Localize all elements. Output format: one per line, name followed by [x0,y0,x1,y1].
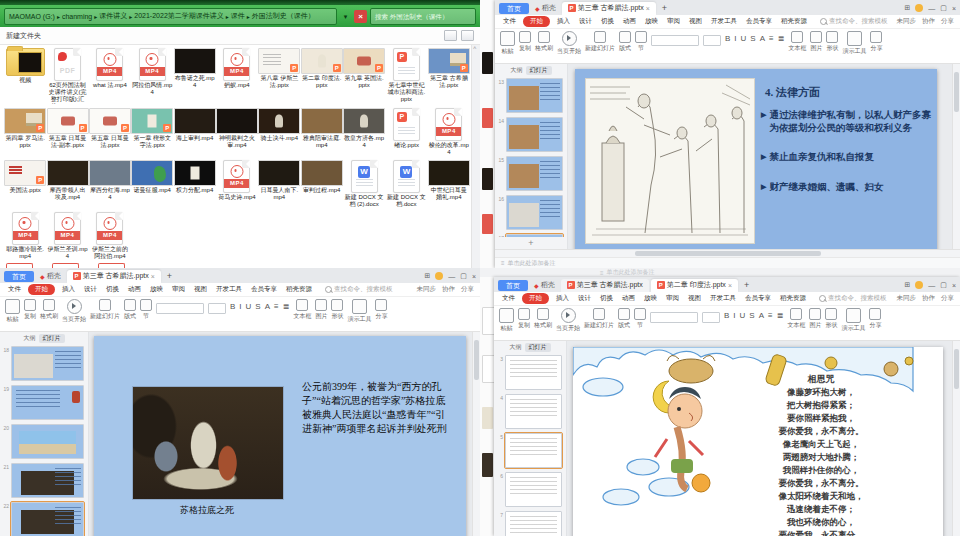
format-button[interactable]: ≣ [778,34,785,43]
file-item[interactable]: 神明裁判之火审.mp4 [216,108,258,156]
menu-right-action[interactable]: 分享 [941,294,954,303]
format-button[interactable]: ≣ [283,302,290,311]
file-item[interactable]: P美国法.pptx [4,160,46,208]
menu-审阅[interactable]: 审阅 [170,285,187,294]
toolbar-button[interactable]: 版式 [618,308,630,330]
menu-设计[interactable]: 设计 [82,285,99,294]
slide-thumbnail-row[interactable]: 5 [496,433,562,468]
menu-开始[interactable]: 开始 [523,16,550,27]
toolbar-button[interactable]: 当页开始 [556,308,580,333]
slide-horizontal-scrollbar[interactable] [495,249,960,257]
toolbar-button[interactable]: 节 [635,31,647,53]
slide-thumbnail-row[interactable]: 22 [2,502,84,536]
layout-switch-icon[interactable]: ⊞ [904,281,910,289]
format-button[interactable]: U [741,34,747,43]
slide-canvas[interactable]: 相思咒 像藤萝环抱大树，把大树抱得紧紧；要你照样紧抱我，要你爱我，永不离分。像老… [573,347,943,536]
slide-vertical-scrollbar[interactable] [472,332,480,536]
new-document-tab-button[interactable]: + [741,280,752,290]
slide-thumbnail[interactable] [506,195,563,230]
toolbar-button[interactable]: 复制 [24,299,36,321]
menu-审阅[interactable]: 审阅 [665,17,682,26]
slide-thumbnail[interactable] [505,472,562,507]
slides-tab[interactable]: 幻灯片 [525,343,551,352]
menu-会员专享[interactable]: 会员专享 [249,285,279,294]
font-control-box[interactable] [703,35,721,46]
menu-切换[interactable]: 切换 [104,285,121,294]
menu-插入[interactable]: 插入 [555,17,572,26]
toolbar-button[interactable]: 形状 [825,308,837,330]
file-item[interactable]: 权力分配.mp4 [173,160,215,208]
tab-close-icon[interactable]: × [151,273,155,280]
stop-refresh-button[interactable]: × [354,10,367,23]
file-item[interactable]: 审判过程.mp4 [301,160,343,208]
close-button[interactable]: × [952,282,956,289]
new-document-tab-button[interactable]: + [659,3,670,13]
menu-设计[interactable]: 设计 [576,294,593,303]
menu-right-action[interactable]: 分享 [461,285,474,294]
file-item[interactable]: 雅典陪审法庭.mp4 [301,108,343,156]
format-button[interactable]: A [759,311,764,320]
toolbar-button[interactable]: 形状 [826,31,838,53]
toolbar-button[interactable]: 演示工具 [347,299,371,324]
user-avatar[interactable] [915,4,923,12]
layout-switch-icon[interactable]: ⊞ [424,272,430,280]
file-item[interactable]: 骑士决斗.mp4 [258,108,300,156]
document-tab[interactable]: P第二章 印度法.pptx× [651,279,738,292]
menu-切换[interactable]: 切换 [598,294,615,303]
font-control-box[interactable] [156,303,204,314]
slide-thumbnail[interactable] [506,78,563,113]
toolbar-button[interactable]: 当页开始 [62,299,86,324]
font-control-box[interactable] [650,312,698,323]
toolbar-button[interactable]: 图片 [315,299,327,321]
file-item[interactable]: 海上审判.mp4 [173,108,215,156]
menu-开始[interactable]: 开始 [28,284,55,295]
menu-视图[interactable]: 视图 [192,285,209,294]
menu-right-action[interactable]: 协作 [922,294,935,303]
slides-tab[interactable]: 幻灯片 [526,66,552,75]
file-item[interactable]: 教皇方济各.mp4 [343,108,385,156]
file-item[interactable]: P第四章 罗马法.pptx [4,108,46,156]
toolbar-button[interactable]: 格式刷 [535,31,553,53]
menu-审阅[interactable]: 审阅 [664,294,681,303]
maximize-button[interactable]: ▢ [940,4,947,12]
font-control-box[interactable] [651,35,699,46]
maximize-button[interactable]: ▢ [460,272,467,280]
menu-放映[interactable]: 放映 [643,17,660,26]
explorer-vertical-scrollbar[interactable] [471,45,480,268]
file-item[interactable]: P绪论.pptx [385,108,427,156]
file-item[interactable]: 中世纪日耳曼婚礼.mp4 [428,160,470,208]
format-button[interactable]: U [246,302,252,311]
menu-视图[interactable]: 视图 [686,294,703,303]
menu-会员专享[interactable]: 会员专享 [743,294,773,303]
address-dropdown-icon[interactable]: ▾ [340,10,351,23]
slide-title[interactable]: 4. 法律方面 [765,85,820,100]
file-item[interactable]: MP4蚂蚁.mp4 [216,48,258,104]
format-button[interactable]: B [725,34,730,43]
painting-caption[interactable]: 苏格拉底之死 [132,504,282,517]
toolbar-button[interactable]: 文本框 [293,299,311,321]
toolbar-button[interactable]: 图片 [809,308,821,330]
menu-插入[interactable]: 插入 [60,285,77,294]
file-item[interactable]: MP4伊斯兰之前的阿拉伯.mp4 [89,212,131,260]
menu-稻壳资源[interactable]: 稻壳资源 [284,285,314,294]
wps-docer-tab[interactable]: ◆稻壳 [532,3,559,13]
slide-bullets[interactable]: ▶通过法律维护私有制，以私人财产多寡为依据划分公民的等级和权利义务▶禁止血亲复仇… [761,109,931,193]
format-button[interactable]: ≡ [769,34,774,43]
menu-放映[interactable]: 放映 [642,294,659,303]
slide-thumbnail-row[interactable]: 20 [2,424,84,459]
slide-thumbnail[interactable] [11,463,84,498]
help-button[interactable] [461,30,474,41]
toolbar-button[interactable]: 文本框 [788,31,806,53]
toolbar-button[interactable]: 演示工具 [841,308,865,333]
toolbar-button[interactable]: 形状 [331,299,343,321]
toolbar-button[interactable]: 当页开始 [557,31,581,56]
slide-thumbnail-row[interactable]: 14 [497,117,563,152]
file-item[interactable]: MP4伊斯兰圣训.mp4 [46,212,88,260]
wps-docer-tab[interactable]: ◆稻壳 [531,280,558,290]
file-item[interactable]: MP4耶路撒冷朝圣.mp4 [4,212,46,260]
breadcrumb-segment[interactable]: chanming▸ [62,13,97,20]
toolbar-button[interactable]: 版式 [619,31,631,53]
toolbar-button[interactable]: 图片 [810,31,822,53]
file-item[interactable]: W新建 DOCX 文档 (2).docx [343,160,385,208]
menu-right-action[interactable]: 未同步 [897,294,917,303]
